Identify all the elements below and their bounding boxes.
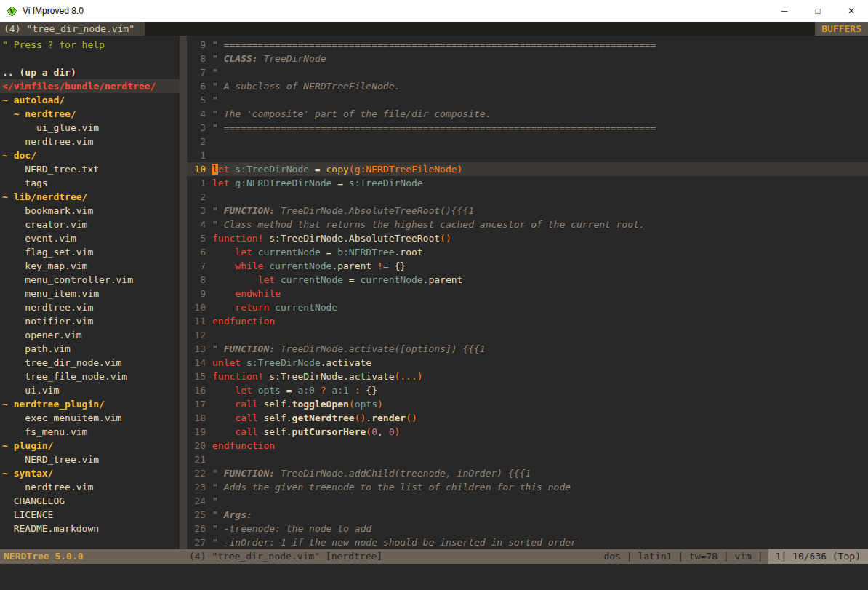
code-line[interactable]: 16 let opts = a:0 ? a:1 : {}	[187, 383, 868, 397]
code-line[interactable]: 9 endwhile	[187, 287, 868, 300]
tree-item[interactable]: fs_menu.vim	[0, 425, 180, 439]
code-line[interactable]: 7 while currentNode.parent != {}	[187, 259, 868, 273]
tree-item[interactable]: ~ plugin/	[0, 439, 180, 453]
code-line[interactable]: 8" CLASS: TreeDirNode	[187, 52, 868, 65]
tree-item[interactable]: </vimfiles/bundle/nerdtree/	[0, 79, 180, 93]
code-text: " Class method that returns the highest …	[212, 218, 645, 231]
code-line[interactable]: 19 call self.putCursorHere(0, 0)	[187, 425, 868, 439]
tree-item[interactable]: NERD_tree.txt	[0, 162, 180, 176]
tree-item[interactable]: path.vim	[0, 342, 180, 356]
tree-item[interactable]: ui_glue.vim	[0, 121, 180, 135]
tree-item[interactable]: " Press ? for help	[0, 38, 180, 52]
code-line[interactable]: 21	[187, 453, 868, 466]
code-line[interactable]: 11endfunction	[187, 314, 868, 328]
code-line[interactable]: 26" -treenode: the node to add	[187, 522, 868, 535]
code-line[interactable]: 1	[187, 148, 868, 162]
code-line[interactable]: 10 return currentNode	[187, 300, 868, 314]
code-line[interactable]: 20endfunction	[187, 439, 868, 453]
line-number: 11	[187, 314, 206, 328]
tree-item[interactable]: ui.vim	[0, 383, 180, 397]
tree-item[interactable]: tree_dir_node.vim	[0, 356, 180, 370]
code-line[interactable]: 13" FUNCTION: TreeDirNode.activate([opti…	[187, 342, 868, 356]
code-line[interactable]: 12	[187, 328, 868, 342]
code-line[interactable]: 10let s:TreeDirNode = copy(g:NERDTreeFil…	[187, 162, 868, 176]
tree-item[interactable]: ~ doc/	[0, 148, 180, 162]
code-line[interactable]: 17 call self.toggleOpen(opts)	[187, 397, 868, 411]
code-line[interactable]: 2	[187, 135, 868, 148]
tree-item[interactable]: event.vim	[0, 231, 180, 245]
tree-item[interactable]: exec_menuitem.vim	[0, 411, 180, 425]
code-line[interactable]: 23" Adds the given treenode to the list …	[187, 480, 868, 494]
tree-item[interactable]: README.markdown	[0, 522, 180, 535]
tree-item[interactable]: NERD_tree.vim	[0, 453, 180, 466]
tree-item[interactable]: nerdtree.vim	[0, 135, 180, 148]
code-line[interactable]: 3" =====================================…	[187, 121, 868, 135]
code-line[interactable]: 1let g:NERDTreeDirNode = s:TreeDirNode	[187, 176, 868, 190]
tree-item[interactable]: key_map.vim	[0, 259, 180, 273]
code-line[interactable]: 5"	[187, 93, 868, 107]
vertical-split[interactable]	[180, 36, 187, 549]
tree-item[interactable]: ~ lib/nerdtree/	[0, 190, 180, 204]
code-text: "	[212, 93, 218, 107]
code-line[interactable]: 27" -inOrder: 1 if the new node should b…	[187, 535, 868, 549]
tree-item[interactable]: notifier.vim	[0, 314, 180, 328]
minimize-button[interactable]: ─	[768, 0, 801, 22]
tree-item[interactable]	[0, 52, 180, 65]
line-number: 1	[187, 148, 206, 162]
vim-window: V Vi IMproved 8.0 ─ □ ✕ (4) "tree_dir_no…	[0, 0, 868, 590]
tree-item[interactable]: CHANGELOG	[0, 494, 180, 508]
tree-item[interactable]: flag_set.vim	[0, 245, 180, 259]
code-line[interactable]: 9" =====================================…	[187, 38, 868, 52]
line-number: 23	[187, 480, 206, 494]
code-line[interactable]: 18 call self.getNerdtree().render()	[187, 411, 868, 425]
code-area[interactable]: 9" =====================================…	[187, 36, 868, 549]
code-line[interactable]: 2	[187, 190, 868, 204]
line-number: 10	[187, 300, 206, 314]
tree-item[interactable]: ~ nerdtree_plugin/	[0, 397, 180, 411]
tree-item[interactable]: tree_file_node.vim	[0, 370, 180, 383]
tab-tree-dir-node[interactable]: (4) "tree_dir_node.vim"	[0, 22, 145, 36]
close-button[interactable]: ✕	[835, 0, 868, 22]
code-line[interactable]: 7"	[187, 65, 868, 79]
tree-item[interactable]: menu_controller.vim	[0, 273, 180, 287]
tabline: (4) "tree_dir_node.vim" BUFFERS	[0, 22, 868, 36]
code-line[interactable]: 4" Class method that returns the highest…	[187, 218, 868, 231]
code-line[interactable]: 6" A subclass of NERDTreeFileNode.	[187, 79, 868, 93]
maximize-button[interactable]: □	[801, 0, 835, 22]
line-number: 15	[187, 370, 206, 383]
code-line[interactable]: 22" FUNCTION: TreeDirNode.addChild(treen…	[187, 466, 868, 480]
code-line[interactable]: 8 let currentNode = currentNode.parent	[187, 273, 868, 287]
command-line[interactable]	[0, 564, 868, 590]
tree-item[interactable]: nerdtree.vim	[0, 480, 180, 494]
tree-item[interactable]: menu_item.vim	[0, 287, 180, 300]
tree-item[interactable]: ~ autoload/	[0, 93, 180, 107]
code-line[interactable]: 25" Args:	[187, 508, 868, 522]
tree-item[interactable]: bookmark.vim	[0, 204, 180, 218]
tree-item[interactable]: opener.vim	[0, 328, 180, 342]
tree-item[interactable]: creator.vim	[0, 218, 180, 231]
line-number: 9	[187, 38, 206, 52]
tree-item[interactable]: ~ syntax/	[0, 466, 180, 480]
code-line[interactable]: 6 let currentNode = b:NERDTree.root	[187, 245, 868, 259]
tree-item[interactable]: .. (up a dir)	[0, 65, 180, 79]
line-number: 3	[187, 204, 206, 218]
statusline-flags: dos | latin1 | tw=78 | vim |	[603, 549, 768, 564]
tree-item[interactable]: ~ nerdtree/	[0, 107, 180, 121]
code-text: call self.getNerdtree().render()	[212, 411, 417, 425]
line-number: 2	[187, 190, 206, 204]
code-line[interactable]: 14unlet s:TreeDirNode.activate	[187, 356, 868, 370]
tree-item[interactable]: nerdtree.vim	[0, 300, 180, 314]
tree-item[interactable]: tags	[0, 176, 180, 190]
code-line[interactable]: 24"	[187, 494, 868, 508]
window-controls: ─ □ ✕	[768, 0, 868, 22]
code-line[interactable]: 15function! s:TreeDirNode.activate(...)	[187, 370, 868, 383]
line-number: 9	[187, 287, 206, 300]
code-text: endfunction	[212, 439, 275, 453]
statusline-fill	[382, 549, 603, 564]
code-line[interactable]: 5function! s:TreeDirNode.AbsoluteTreeRoo…	[187, 231, 868, 245]
nerdtree-panel[interactable]: " Press ? for help.. (up a dir)</vimfile…	[0, 36, 180, 549]
line-number: 8	[187, 52, 206, 65]
code-line[interactable]: 4" The 'composite' part of the file/dir …	[187, 107, 868, 121]
tree-item[interactable]: LICENCE	[0, 508, 180, 522]
code-line[interactable]: 3" FUNCTION: TreeDirNode.AbsoluteTreeRoo…	[187, 204, 868, 218]
